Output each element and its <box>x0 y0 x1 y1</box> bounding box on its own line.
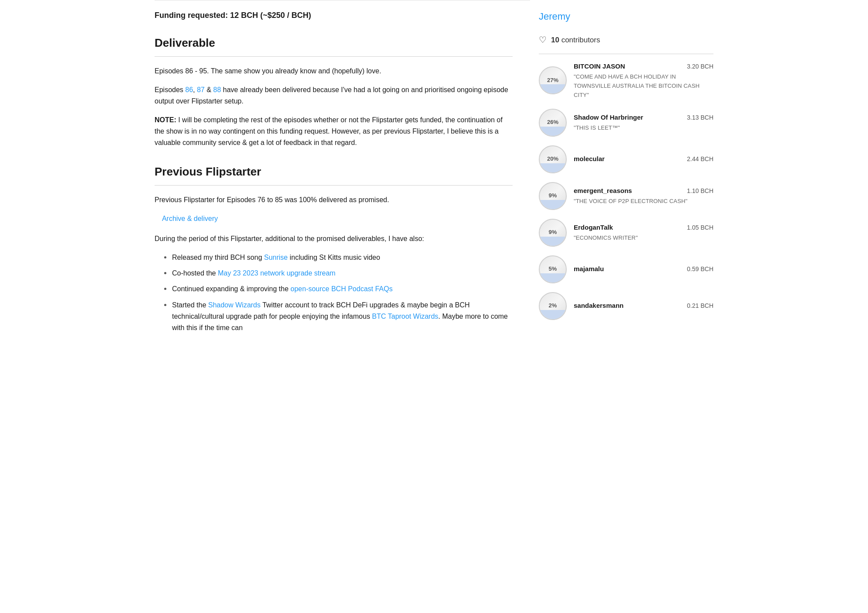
contributor-percentage: 9% <box>549 228 557 237</box>
episode-87-link[interactable]: 87 <box>197 86 205 93</box>
bullet-item-sunrise: Released my third BCH song Sunrise inclu… <box>172 252 513 263</box>
contributor-percentage: 20% <box>547 155 558 164</box>
contributor-info: sandakersmann 0.21 BCH <box>574 300 713 312</box>
contributor-name: BITCOIN JASON <box>574 61 625 72</box>
contributor-name-row: ErdoganTalk 1.05 BCH <box>574 222 713 233</box>
contributors-list: 27% BITCOIN JASON 3.20 BCH "COME AND HAV… <box>539 61 713 320</box>
contributor-percentage: 2% <box>549 301 557 310</box>
during-text: During the period of this Flipstarter, a… <box>155 233 513 245</box>
contributor-avatar: 5% <box>539 255 567 283</box>
contributor-item: 20% molecular 2.44 BCH <box>539 145 713 173</box>
contributor-avatar: 20% <box>539 145 567 173</box>
contributor-avatar: 2% <box>539 292 567 320</box>
contributors-label: contributors <box>561 36 600 44</box>
contributor-avatar: 26% <box>539 109 567 137</box>
contributor-name: Shadow Of Harbringer <box>574 112 643 123</box>
deliverable-title: Deliverable <box>155 34 513 52</box>
previous-flipstarter-section: Previous Flipstarter Previous Flipstarte… <box>155 163 513 334</box>
contributor-name: majamalu <box>574 264 604 274</box>
episode-88-link[interactable]: 88 <box>213 86 221 93</box>
contributor-item: 26% Shadow Of Harbringer 3.13 BCH "This … <box>539 109 713 137</box>
contributor-name-row: majamalu 0.59 BCH <box>574 264 713 274</box>
contributor-item: 2% sandakersmann 0.21 BCH <box>539 292 713 320</box>
contributor-name: ErdoganTalk <box>574 222 613 233</box>
page-layout: Funding requested: 12 BCH (~$250 / BCH) … <box>146 0 722 357</box>
archive-delivery-link[interactable]: Archive & delivery <box>162 215 218 222</box>
note-label: NOTE: <box>155 116 176 124</box>
contributor-avatar: 9% <box>539 219 567 247</box>
contributor-name-row: molecular 2.44 BCH <box>574 154 713 164</box>
contributor-percentage: 26% <box>547 118 558 127</box>
contributor-info: majamalu 0.59 BCH <box>574 264 713 275</box>
deliverable-divider <box>155 56 513 57</box>
heart-icon: ♡ <box>539 33 547 47</box>
contributor-name-row: BITCOIN JASON 3.20 BCH <box>574 61 713 72</box>
contributor-name-row: Shadow Of Harbringer 3.13 BCH <box>574 112 713 123</box>
sidebar: Jeremy ♡ 10 contributors 27% BITCOIN JAS… <box>530 0 713 357</box>
contributors-number: 10 <box>551 36 559 44</box>
episode-86-link[interactable]: 86 <box>185 86 193 93</box>
contributor-amount: 1.10 BCH <box>687 186 713 196</box>
contributor-name-row: sandakersmann 0.21 BCH <box>574 300 713 311</box>
previous-flipstarter-divider <box>155 185 513 186</box>
contributor-amount: 1.05 BCH <box>687 223 713 232</box>
contributor-item: 27% BITCOIN JASON 3.20 BCH "COME AND HAV… <box>539 61 713 100</box>
contributor-info: emergent_reasons 1.10 BCH "the voice of … <box>574 186 713 206</box>
contributor-percentage: 5% <box>549 265 557 274</box>
may23-stream-link[interactable]: May 23 2023 network upgrade stream <box>218 269 335 277</box>
contributor-name: sandakersmann <box>574 300 623 311</box>
contributor-info: ErdoganTalk 1.05 BCH "Economics Writer" <box>574 222 713 243</box>
contributor-name: emergent_reasons <box>574 186 632 196</box>
contributor-amount: 3.13 BCH <box>687 113 713 122</box>
bch-faqs-link[interactable]: open-source BCH Podcast FAQs <box>290 285 393 293</box>
contributor-quote: "COME AND HAVE A BCH HOLIDAY IN TOWNSVIL… <box>574 72 713 100</box>
contributor-info: BITCOIN JASON 3.20 BCH "COME AND HAVE A … <box>574 61 713 100</box>
deliverable-text2: Episodes 86, 87 & 88 have already been d… <box>155 84 513 107</box>
shadow-wizards-link[interactable]: Shadow Wizards <box>208 301 261 309</box>
contributor-avatar: 27% <box>539 66 567 94</box>
contributor-name-row: emergent_reasons 1.10 BCH <box>574 186 713 196</box>
bullet-item-shadow-wizards: Started the Shadow Wizards Twitter accou… <box>172 300 513 334</box>
contributor-amount: 0.59 BCH <box>687 264 713 274</box>
contributor-item: 5% majamalu 0.59 BCH <box>539 255 713 283</box>
contributor-name: molecular <box>574 154 605 164</box>
contributor-amount: 0.21 BCH <box>687 301 713 310</box>
archive-link-para: Archive & delivery <box>155 213 513 224</box>
contributor-quote: "Economics Writer" <box>574 234 713 243</box>
contributor-percentage: 9% <box>549 191 557 200</box>
funding-line: Funding requested: 12 BCH (~$250 / BCH) <box>155 9 513 22</box>
contributor-item: 9% ErdoganTalk 1.05 BCH "Economics Write… <box>539 219 713 247</box>
bullet-item-may23: Co-hosted the May 23 2023 network upgrad… <box>172 268 513 279</box>
contributors-count: 10 contributors <box>551 34 600 46</box>
contributor-info: molecular 2.44 BCH <box>574 154 713 165</box>
btc-taproot-link[interactable]: BTC Taproot Wizards <box>372 313 438 320</box>
contributor-quote: "This is Leet™" <box>574 124 713 133</box>
deliverable-text1: Episodes 86 - 95. The same show you alre… <box>155 65 513 77</box>
note-text: NOTE: I will be completing the rest of t… <box>155 114 513 149</box>
main-content: Funding requested: 12 BCH (~$250 / BCH) … <box>155 0 530 357</box>
contributor-info: Shadow Of Harbringer 3.13 BCH "This is L… <box>574 112 713 133</box>
contributor-amount: 3.20 BCH <box>687 62 713 71</box>
user-name[interactable]: Jeremy <box>539 9 713 24</box>
previous-flipstarter-text: Previous Flipstarter for Episodes 76 to … <box>155 194 513 206</box>
deliverable-section: Deliverable Episodes 86 - 95. The same s… <box>155 34 513 149</box>
contributor-percentage: 27% <box>547 76 558 85</box>
bullet-item-faqs: Continued expanding & improving the open… <box>172 283 513 295</box>
contributors-header: ♡ 10 contributors <box>539 33 713 54</box>
additional-items-list: Released my third BCH song Sunrise inclu… <box>172 252 513 334</box>
contributor-quote: "the voice of p2p electronic cash" <box>574 197 713 206</box>
previous-flipstarter-title: Previous Flipstarter <box>155 163 513 181</box>
sunrise-link[interactable]: Sunrise <box>264 254 288 261</box>
contributor-avatar: 9% <box>539 182 567 210</box>
contributor-item: 9% emergent_reasons 1.10 BCH "the voice … <box>539 182 713 210</box>
contributor-amount: 2.44 BCH <box>687 154 713 164</box>
